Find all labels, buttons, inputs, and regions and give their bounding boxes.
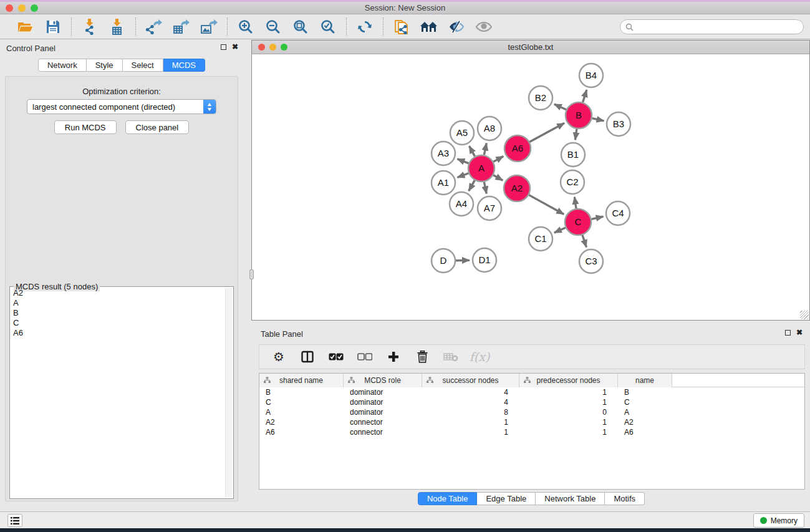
table-row[interactable]: Adominator80A — [259, 407, 804, 417]
table-cell[interactable]: connector — [344, 417, 422, 427]
table-cell[interactable]: dominator — [344, 387, 422, 397]
edge-A-A3[interactable] — [457, 159, 468, 163]
panel-divider-grip[interactable] — [249, 269, 254, 279]
graph-node-A1[interactable]: A1 — [432, 171, 455, 195]
edge-A-A4[interactable] — [469, 180, 475, 191]
graph-node-C4[interactable]: C4 — [606, 201, 630, 225]
add-column-icon[interactable] — [385, 349, 402, 365]
column-header-name[interactable]: name — [618, 374, 672, 387]
result-scrollbar[interactable] — [225, 288, 232, 497]
table-tab-edge-table[interactable]: Edge Table — [477, 492, 536, 505]
table-cell[interactable]: 0 — [519, 407, 618, 417]
table-cell[interactable]: B — [259, 387, 344, 397]
edge-A-A5[interactable] — [469, 146, 475, 157]
graph-node-C1[interactable]: C1 — [529, 227, 552, 251]
network-window-titlebar[interactable]: testGlobe.txt — [252, 41, 809, 54]
edge-A-A1[interactable] — [457, 173, 468, 178]
home-icon[interactable] — [420, 17, 438, 36]
column-header-successor-nodes[interactable]: successor nodes — [422, 374, 519, 387]
graph-node-A7[interactable]: A7 — [478, 196, 501, 220]
edge-A6-B[interactable] — [529, 123, 564, 142]
edge-A-A2[interactable] — [493, 175, 503, 181]
criterion-dropdown[interactable]: largest connected component (directed) — [27, 99, 216, 114]
clone-network-icon[interactable] — [392, 17, 411, 36]
graph-node-A4[interactable]: A4 — [450, 192, 473, 216]
memory-button[interactable]: Memory — [753, 513, 804, 528]
close-panel-button[interactable]: Close panel — [125, 120, 190, 134]
edge-A2-C[interactable] — [529, 195, 564, 215]
split-view-icon[interactable] — [299, 349, 316, 365]
edge-B-B3[interactable] — [592, 118, 604, 121]
result-node-item[interactable]: A — [11, 298, 224, 308]
table-cell[interactable]: 8 — [422, 407, 519, 417]
zoom-fit-icon[interactable] — [291, 17, 310, 36]
export-network-icon[interactable] — [145, 17, 163, 36]
close-panel-icon[interactable]: ✖ — [232, 43, 238, 51]
network-canvas[interactable]: B4B2BB3A8A5A6A3B1AC2A1A2A4A7C4CC1DD1C3 — [252, 55, 809, 320]
graph-node-B3[interactable]: B3 — [607, 112, 630, 136]
search-input[interactable] — [636, 21, 803, 33]
graph-node-A3[interactable]: A3 — [432, 142, 455, 165]
search-box[interactable] — [620, 19, 804, 34]
save-session-icon[interactable] — [44, 17, 62, 36]
zoom-in-icon[interactable] — [236, 17, 255, 36]
result-node-item[interactable]: B — [11, 308, 224, 318]
edge-A-A6[interactable] — [493, 157, 503, 162]
graph-node-A[interactable]: A — [468, 155, 494, 181]
result-node-item[interactable]: A2 — [11, 288, 224, 298]
graph-node-C3[interactable]: C3 — [579, 249, 603, 273]
deselect-all-icon[interactable] — [357, 349, 373, 365]
refresh-icon[interactable] — [355, 17, 374, 36]
table-row[interactable]: Cdominator41C — [259, 397, 804, 407]
graph-node-A2[interactable]: A2 — [504, 175, 530, 201]
table-row[interactable]: A2connector11A2 — [259, 417, 804, 427]
result-node-item[interactable]: C — [11, 318, 224, 328]
graph-node-A8[interactable]: A8 — [478, 117, 501, 140]
table-cell[interactable]: A — [618, 407, 672, 417]
table-cell[interactable]: 1 — [519, 387, 618, 397]
table-cell[interactable]: A2 — [618, 417, 672, 427]
graph-node-B[interactable]: B — [566, 102, 592, 128]
table-tab-motifs[interactable]: Motifs — [605, 492, 645, 505]
table-cell[interactable]: A6 — [259, 427, 344, 437]
import-table-icon[interactable] — [108, 17, 127, 36]
edge-B-B4[interactable] — [583, 90, 587, 102]
tab-network[interactable]: Network — [38, 59, 87, 72]
graph-node-A6[interactable]: A6 — [504, 135, 531, 162]
tab-select[interactable]: Select — [123, 59, 163, 72]
table-cell[interactable]: 1 — [519, 397, 618, 407]
import-network-icon[interactable] — [80, 17, 99, 36]
float-panel-icon[interactable] — [221, 44, 226, 50]
graph-node-B4[interactable]: B4 — [579, 64, 603, 87]
edge-C-C3[interactable] — [582, 235, 586, 247]
table-cell[interactable]: connector — [344, 427, 422, 437]
delete-column-icon[interactable] — [414, 349, 430, 365]
edge-A-A7[interactable] — [484, 182, 486, 194]
table-cell[interactable]: 1 — [422, 417, 519, 427]
column-header-shared-name[interactable]: shared name — [259, 374, 344, 387]
edge-A-A8[interactable] — [484, 143, 486, 155]
window-resize-grip[interactable] — [800, 311, 809, 319]
table-cell[interactable]: dominator — [344, 397, 422, 407]
tab-style[interactable]: Style — [87, 59, 123, 72]
table-row[interactable]: Bdominator41B — [259, 387, 804, 397]
graph-node-B1[interactable]: B1 — [561, 143, 585, 167]
app-titlebar[interactable]: Session: New Session — [0, 2, 810, 14]
table-cell[interactable]: C — [259, 397, 344, 407]
zoom-selected-icon[interactable] — [319, 17, 337, 36]
table-cell[interactable]: B — [618, 387, 672, 397]
result-node-item[interactable]: A6 — [11, 328, 224, 338]
edge-C-C2[interactable] — [574, 197, 576, 208]
zoom-out-icon[interactable] — [264, 17, 282, 36]
graph-node-C[interactable]: C — [565, 209, 591, 235]
table-cell[interactable]: dominator — [344, 407, 422, 417]
tab-mcds[interactable]: MCDS — [163, 59, 205, 72]
graph-node-D1[interactable]: D1 — [473, 248, 496, 272]
run-mcds-button[interactable]: Run MCDS — [54, 120, 117, 134]
table-cell[interactable]: A6 — [618, 427, 672, 437]
export-image-icon[interactable] — [200, 17, 218, 36]
table-cell[interactable]: 4 — [422, 397, 519, 407]
table-cell[interactable]: C — [618, 397, 672, 407]
edge-B-B2[interactable] — [554, 104, 566, 110]
column-header-mcds-role[interactable]: MCDS role — [344, 374, 422, 387]
